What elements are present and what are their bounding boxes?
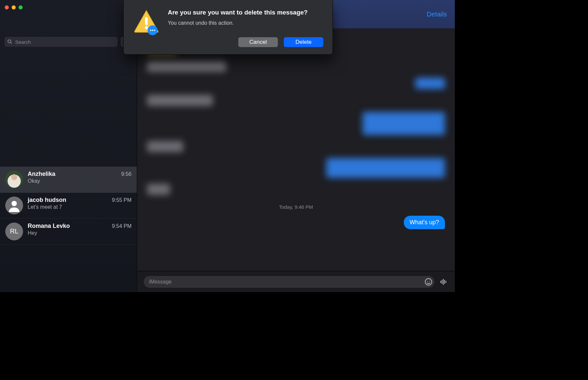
svg-point-3: [429, 281, 430, 282]
delete-confirmation-dialog: Are you sure you want to delete this mes…: [123, 0, 333, 55]
svg-point-10: [145, 26, 148, 29]
person-silhouette-icon: [8, 199, 21, 212]
conversation-preview: Okay: [28, 178, 132, 184]
warning-icon: [133, 9, 160, 47]
conversation-name: Romana Levko: [28, 223, 70, 230]
waveform-icon: [440, 278, 448, 286]
redacted-sent-message: [363, 112, 445, 135]
redacted-received-message: [147, 184, 170, 195]
svg-point-12: [150, 30, 151, 31]
sidebar-top: [0, 0, 137, 28]
redacted-received-message: [147, 61, 226, 72]
close-window-button[interactable]: [5, 5, 9, 10]
redacted-received-message: [147, 141, 183, 152]
message-composer: [137, 271, 455, 292]
conversation-preview: Hey: [28, 230, 132, 236]
conversation-item[interactable]: jacob hudson 9:55 PM Let's meet at 7: [0, 193, 137, 219]
dialog-subtitle: You cannot undo this action.: [168, 20, 323, 26]
conversation-name: jacob hudson: [28, 197, 66, 204]
svg-point-2: [427, 281, 428, 282]
conversation-time: 9:54 PM: [112, 223, 132, 229]
emoji-picker-button[interactable]: [424, 277, 433, 286]
svg-rect-9: [145, 17, 148, 25]
conversation-time: 9:56: [121, 171, 132, 177]
conversation-sidebar: Anzhelika 9:56 Okay jacob hudson 9:55 PM…: [0, 0, 137, 292]
svg-rect-6: [443, 279, 444, 285]
redacted-sent-message: [326, 158, 445, 178]
redacted-sent-message: [415, 78, 445, 89]
conversation-item[interactable]: Anzhelika 9:56 Okay: [0, 167, 137, 193]
audio-message-button[interactable]: [439, 277, 448, 286]
conversation-list: Anzhelika 9:56 Okay jacob hudson 9:55 PM…: [0, 167, 137, 292]
messages-window: Anzhelika 9:56 Okay jacob hudson 9:55 PM…: [0, 0, 455, 292]
search-input[interactable]: [5, 37, 118, 47]
thread-timestamp: Today, 9:46 PM: [147, 204, 445, 210]
window-controls: [5, 3, 23, 10]
minimize-window-button[interactable]: [12, 5, 16, 10]
message-input[interactable]: [144, 276, 434, 288]
conversation-preview: Let's meet at 7: [28, 204, 132, 210]
svg-point-13: [152, 30, 153, 31]
svg-rect-5: [442, 280, 442, 284]
redacted-received-message: [147, 95, 213, 106]
avatar: [5, 171, 23, 188]
sent-message-bubble[interactable]: What's up?: [404, 216, 445, 229]
conversation-item[interactable]: RL Romana Levko 9:54 PM Hey: [0, 219, 137, 245]
svg-point-0: [12, 201, 17, 206]
smiley-icon: [425, 278, 432, 286]
zoom-window-button[interactable]: [18, 5, 23, 10]
svg-point-1: [425, 279, 432, 285]
svg-rect-4: [440, 281, 441, 283]
svg-rect-8: [446, 281, 446, 283]
delete-button[interactable]: Delete: [284, 37, 323, 47]
conversation-name: Anzhelika: [28, 171, 55, 177]
cancel-button[interactable]: Cancel: [238, 37, 278, 47]
svg-rect-7: [444, 280, 445, 284]
avatar: RL: [5, 223, 23, 240]
details-button[interactable]: Details: [427, 11, 447, 18]
avatar: [5, 197, 23, 214]
conversation-time: 9:55 PM: [112, 197, 132, 203]
dialog-title: Are you sure you want to delete this mes…: [168, 9, 323, 17]
search-icon: [7, 39, 13, 44]
thread-body[interactable]: Today, 9:46 PM What's up?: [137, 28, 455, 271]
svg-point-14: [154, 30, 155, 31]
